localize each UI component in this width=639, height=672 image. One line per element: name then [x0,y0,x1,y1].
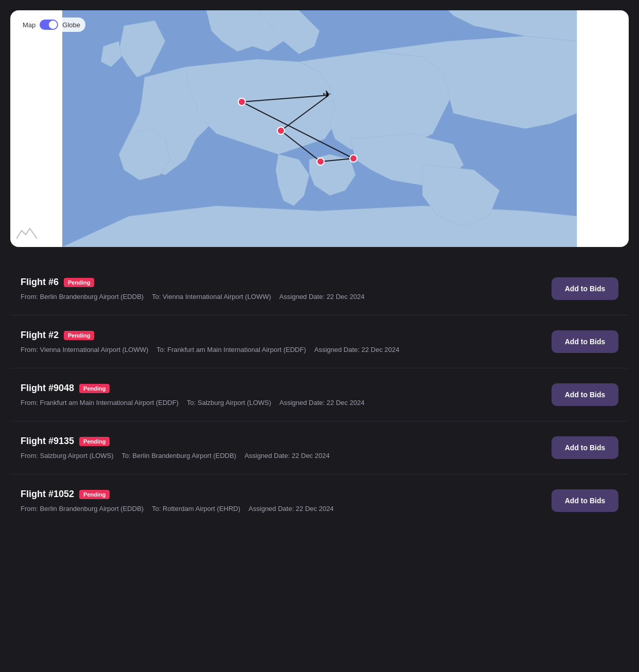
flight-item: Flight #2 Pending From: Vienna Internati… [10,315,629,368]
map-globe-toggle[interactable]: Map Globe [17,17,85,32]
airport-dot-eddf [317,158,324,165]
add-to-bids-button[interactable]: Add to Bids [552,277,618,300]
flight-details: From: Frankfurt am Main International Ai… [21,399,552,406]
flight-date: Assigned Date: 22 Dec 2024 [248,505,334,512]
add-to-bids-button[interactable]: Add to Bids [552,330,618,353]
status-badge: Pending [79,384,110,393]
flight-from: From: Salzburg Airport (LOWS) [21,452,114,459]
flight-to: To: Vienna International Airport (LOWW) [152,293,271,300]
flight-number: Flight #9048 [21,383,74,394]
airplane-icon: ✈ [323,89,331,100]
flight-to: To: Salzburg Airport (LOWS) [187,399,271,406]
toggle-knob [49,21,57,29]
flight-header: Flight #1052 Pending [21,489,552,500]
airport-dot-eddb [238,98,245,105]
flight-item: Flight #6 Pending From: Berlin Brandenbu… [10,262,629,315]
status-badge: Pending [64,331,94,340]
flight-item: Flight #1052 Pending From: Berlin Brande… [10,474,629,527]
flight-date: Assigned Date: 22 Dec 2024 [244,452,330,459]
flight-to: To: Rotterdam Airport (EHRD) [152,505,240,512]
flight-from: From: Berlin Brandenburg Airport (EDDB) [21,505,144,512]
airport-dot-loww [277,127,285,134]
flight-info: Flight #6 Pending From: Berlin Brandenbu… [21,277,552,300]
terrain-icon [16,226,37,241]
flight-from: From: Berlin Brandenburg Airport (EDDB) [21,293,144,300]
flight-header: Flight #6 Pending [21,277,552,288]
add-to-bids-button[interactable]: Add to Bids [552,436,618,459]
flight-header: Flight #9135 Pending [21,436,552,447]
map-label: Map [23,21,36,29]
flight-info: Flight #9135 Pending From: Salzburg Airp… [21,436,552,459]
flight-info: Flight #1052 Pending From: Berlin Brande… [21,489,552,512]
flight-number: Flight #6 [21,277,59,288]
status-badge: Pending [79,437,110,446]
add-to-bids-button[interactable]: Add to Bids [552,489,618,512]
flight-details: From: Salzburg Airport (LOWS) To: Berlin… [21,452,552,459]
flight-header: Flight #2 Pending [21,330,552,341]
flight-details: From: Vienna International Airport (LOWW… [21,346,552,353]
globe-label: Globe [62,21,80,29]
flight-number: Flight #9135 [21,436,74,447]
toggle-switch[interactable] [40,20,58,30]
flight-from: From: Frankfurt am Main International Ai… [21,399,179,406]
flight-info: Flight #2 Pending From: Vienna Internati… [21,330,552,353]
flight-date: Assigned Date: 22 Dec 2024 [314,346,400,353]
map-container: Map Globe [10,10,629,247]
flight-to: To: Frankfurt am Main International Airp… [156,346,306,353]
flight-number: Flight #2 [21,330,59,341]
add-to-bids-button[interactable]: Add to Bids [552,383,618,406]
flight-item: Flight #9135 Pending From: Salzburg Airp… [10,421,629,474]
flight-date: Assigned Date: 22 Dec 2024 [279,293,365,300]
airport-dot-lows [350,155,357,162]
flight-list: Flight #6 Pending From: Berlin Brandenbu… [10,262,629,527]
flight-item: Flight #9048 Pending From: Frankfurt am … [10,368,629,421]
flight-from: From: Vienna International Airport (LOWW… [21,346,148,353]
flight-details: From: Berlin Brandenburg Airport (EDDB) … [21,293,552,300]
status-badge: Pending [79,490,110,499]
flight-number: Flight #1052 [21,489,74,500]
flight-to: To: Berlin Brandenburg Airport (EDDB) [122,452,237,459]
status-badge: Pending [64,278,94,287]
flight-date: Assigned Date: 22 Dec 2024 [279,399,365,406]
flight-header: Flight #9048 Pending [21,383,552,394]
flight-info: Flight #9048 Pending From: Frankfurt am … [21,383,552,406]
flight-details: From: Berlin Brandenburg Airport (EDDB) … [21,505,552,512]
map-svg: ✈ [10,10,629,247]
